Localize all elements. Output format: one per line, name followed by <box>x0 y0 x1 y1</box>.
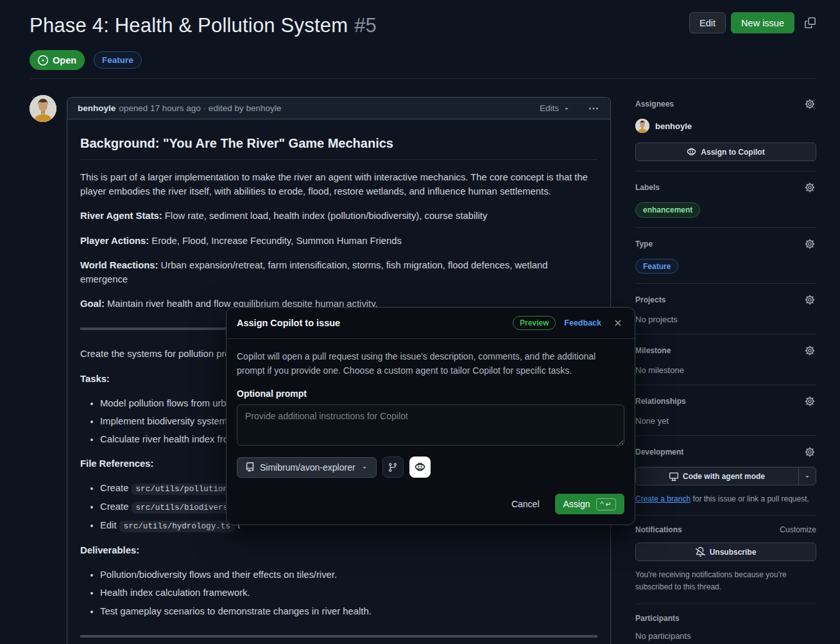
copilot-agent-button[interactable] <box>409 457 431 478</box>
new-issue-button-label: New issue <box>741 18 784 28</box>
comment-heading: Background: "You Are The River" Game Mec… <box>80 134 597 160</box>
file-ref-text: Create <box>100 483 132 493</box>
kebab-icon <box>588 103 599 114</box>
file-ref-text: Create <box>100 501 132 512</box>
list-item: Health index calculation framework. <box>100 586 597 600</box>
assignee-avatar <box>635 119 649 133</box>
assign-button-label: Assign <box>563 499 590 509</box>
comment-author[interactable]: benhoyle <box>78 103 116 113</box>
page-title: Phase 4: Health & Pollution System#5 <box>30 14 377 37</box>
edit-button[interactable]: Edit <box>689 12 726 33</box>
cancel-button[interactable]: Cancel <box>501 495 550 513</box>
stats-text: Flow rate, sediment load, health index (… <box>162 211 488 221</box>
header-actions: Edit New issue <box>689 12 818 33</box>
close-icon <box>613 318 623 328</box>
customize-link[interactable]: Customize <box>780 525 816 534</box>
code-with-agent-mode-button[interactable]: Code with agent mode <box>636 467 798 485</box>
milestone-settings-button[interactable] <box>803 344 816 357</box>
label-enhancement[interactable]: enhancement <box>635 202 700 218</box>
assign-button[interactable]: Assign ^ ↵ <box>555 494 624 514</box>
feedback-link[interactable]: Feedback <box>564 318 601 327</box>
modal-footer: Cancel Assign ^ ↵ <box>237 494 624 514</box>
base-branch-button[interactable] <box>382 457 404 478</box>
relationships-settings-button[interactable] <box>803 395 816 408</box>
deliverables-label: Deliverables: <box>80 545 139 555</box>
repo-select[interactable]: Simibrum/avon-explorer <box>237 457 377 478</box>
goal-label: Goal: <box>80 299 105 309</box>
tasks-label: Tasks: <box>80 374 110 384</box>
optional-prompt-input[interactable] <box>237 405 624 446</box>
notifications-title: Notifications <box>635 525 682 534</box>
labels-section: Labels enhancement <box>635 181 816 228</box>
actions-text: Erode, Flood, Increase Fecundity, Summon… <box>149 236 402 246</box>
projects-section: Projects No projects <box>635 293 816 335</box>
comment-menu-button[interactable] <box>587 102 600 115</box>
stats-label: River Agent Stats: <box>80 211 162 221</box>
development-title: Development <box>635 448 683 457</box>
code-with-agent-split-button: Code with agent mode <box>635 467 816 485</box>
actions-label: Player Actions: <box>80 236 149 246</box>
assignees-settings-button[interactable] <box>803 98 816 110</box>
participants-section: Participants No participants <box>635 614 816 644</box>
copy-title-button[interactable] <box>802 15 818 31</box>
milestone-title: Milestone <box>635 346 671 355</box>
assignees-section: Assignees benhoyle Assign to Copilot <box>635 98 816 171</box>
list-item: Pollution/biodiversity flows and their e… <box>100 568 597 582</box>
projects-settings-button[interactable] <box>803 293 816 306</box>
development-settings-button[interactable] <box>803 446 816 458</box>
new-issue-button[interactable]: New issue <box>731 12 794 33</box>
projects-title: Projects <box>635 295 665 304</box>
edit-button-label: Edit <box>699 18 716 28</box>
status-badge-label: Open <box>53 55 76 65</box>
copilot-icon <box>687 147 696 157</box>
code-with-agent-mode-label: Code with agent mode <box>683 472 765 481</box>
repo-icon <box>245 462 255 472</box>
status-badge: Open <box>30 50 85 70</box>
type-settings-button[interactable] <box>803 238 816 250</box>
notifications-note: You're receiving notifications because y… <box>635 569 816 593</box>
issue-sidebar: Assignees benhoyle Assign to Copilot Lab… <box>635 98 816 644</box>
author-avatar[interactable] <box>30 95 56 122</box>
world-label: World Reactions: <box>80 260 158 270</box>
projects-empty-text: No projects <box>635 315 678 324</box>
issue-opened-icon <box>38 55 48 65</box>
assign-to-copilot-label: Assign to Copilot <box>701 148 764 157</box>
gear-icon <box>805 345 815 356</box>
assign-copilot-modal: Assign Copilot to issue Preview Feedback… <box>226 307 635 525</box>
chevron-down-icon <box>361 464 368 471</box>
participants-empty-text: No participants <box>635 631 691 641</box>
labels-settings-button[interactable] <box>803 181 816 194</box>
gear-icon <box>805 182 815 193</box>
assign-to-copilot-button[interactable]: Assign to Copilot <box>635 143 816 161</box>
deliverables-heading: Deliverables: <box>80 543 597 557</box>
unsubscribe-button[interactable]: Unsubscribe <box>635 543 816 561</box>
modal-close-button[interactable] <box>612 317 624 329</box>
comment-paragraph: This is part of a larger implementation … <box>80 170 597 198</box>
assignee-name[interactable]: benhoyle <box>655 121 692 131</box>
chevron-down-icon <box>803 473 811 480</box>
code-options-caret-button[interactable] <box>798 467 816 485</box>
header-divider <box>30 78 816 79</box>
modal-body: Copilot will open a pull request using t… <box>227 339 635 525</box>
gear-icon <box>805 239 815 249</box>
labels-title: Labels <box>635 183 660 192</box>
section-divider <box>80 635 597 638</box>
comment-world-line: World Reactions: Urban expansion/retreat… <box>80 258 597 286</box>
comment-meta: opened 17 hours ago · edited by benhoyle <box>119 103 281 113</box>
gear-icon <box>805 396 815 406</box>
type-section: Type Feature <box>635 238 816 284</box>
issue-page: Phase 4: Health & Pollution System#5 Edi… <box>0 0 840 644</box>
optional-prompt-label: Optional prompt <box>237 388 624 399</box>
type-feature-pill[interactable]: Feature <box>635 259 678 274</box>
gear-icon <box>805 447 815 457</box>
bell-slash-icon <box>696 547 705 557</box>
notifications-section: Notifications Customize Unsubscribe You'… <box>635 525 816 604</box>
relationships-title: Relationships <box>635 397 686 406</box>
modal-controls-row: Simibrum/avon-explorer <box>237 457 624 478</box>
create-branch-link[interactable]: Create a branch <box>635 494 690 503</box>
issue-type-badge-label: Feature <box>102 55 133 65</box>
edits-dropdown[interactable]: Edits <box>540 103 570 113</box>
avatar-illustration <box>635 119 649 133</box>
file-ref-text: Edit <box>100 520 119 530</box>
assignee-row[interactable]: benhoyle <box>635 119 816 133</box>
